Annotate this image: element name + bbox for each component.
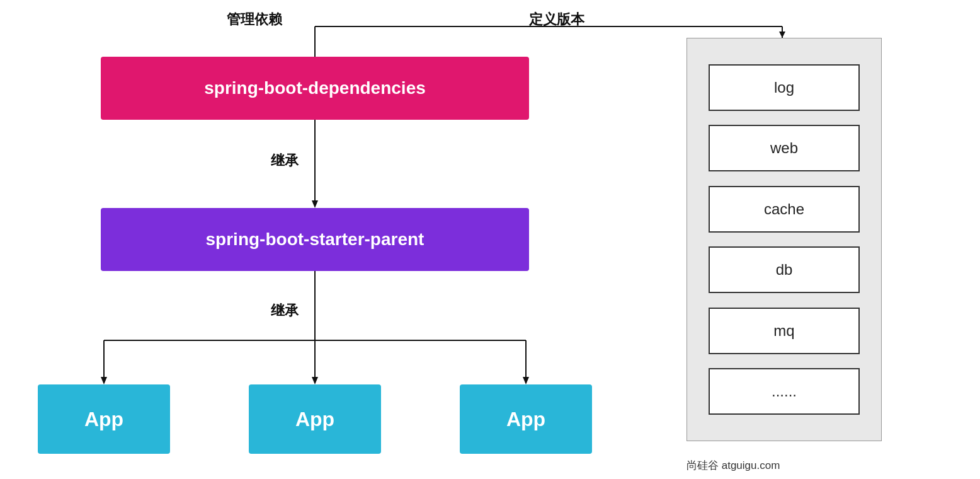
box-starter-parent-label: spring-boot-starter-parent (206, 229, 424, 250)
diagram-container: 管理依赖 定义版本 spring-boot-dependencies 继承 sp… (0, 0, 980, 479)
right-panel-item-web-label: web (770, 139, 798, 157)
right-panel-item-log: log (709, 64, 860, 111)
right-panel-item-cache-label: cache (764, 200, 804, 218)
svg-marker-13 (523, 377, 529, 384)
right-panel-item-db-label: db (776, 261, 793, 279)
right-panel-item-web: web (709, 125, 860, 171)
right-panel-item-log-label: log (774, 79, 794, 96)
box-app-2: App (249, 384, 381, 454)
right-panel-item-cache: cache (709, 186, 860, 233)
box-app-3: App (460, 384, 592, 454)
box-app-2-label: App (295, 408, 334, 431)
right-panel-item-mq-label: mq (773, 322, 794, 340)
label-manage-dependency: 管理依赖 (227, 10, 282, 29)
box-dependencies: spring-boot-dependencies (101, 57, 529, 120)
right-panel-item-ellipsis: ...... (709, 368, 860, 415)
box-app-1-label: App (84, 408, 123, 431)
svg-marker-11 (312, 377, 318, 384)
right-panel-item-db: db (709, 246, 860, 293)
label-inherit-1: 继承 (271, 151, 299, 170)
right-panel-item-mq: mq (709, 308, 860, 354)
label-inherit-2: 继承 (271, 301, 299, 320)
label-define-version: 定义版本 (529, 10, 584, 29)
svg-marker-5 (312, 200, 318, 208)
box-dependencies-label: spring-boot-dependencies (204, 78, 426, 98)
watermark: 尚硅谷 atguigu.com (687, 458, 780, 473)
box-starter-parent: spring-boot-starter-parent (101, 208, 529, 271)
box-app-3-label: App (506, 408, 545, 431)
right-panel-item-ellipsis-label: ...... (772, 383, 797, 400)
right-panel: log web cache db mq ...... (687, 38, 882, 441)
box-app-1: App (38, 384, 170, 454)
svg-marker-3 (779, 32, 785, 38)
svg-marker-9 (101, 377, 107, 384)
